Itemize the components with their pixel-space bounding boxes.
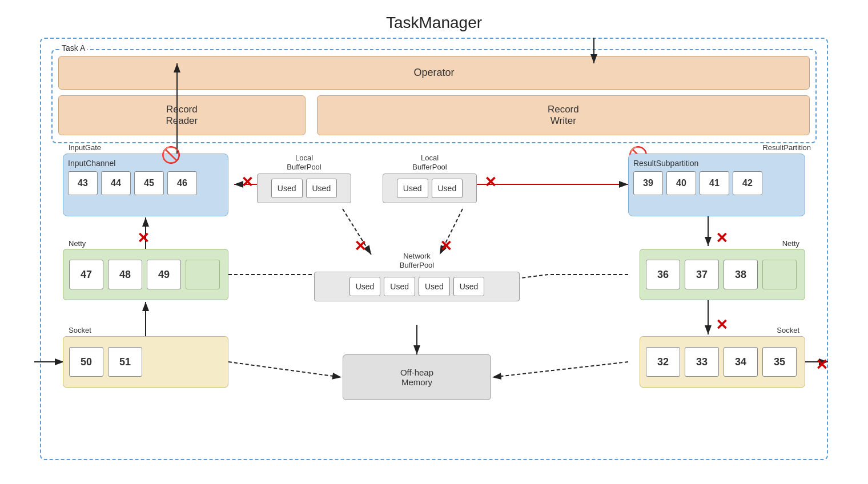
main-title: TaskManager [386, 14, 482, 32]
netty-right-cell-1: 37 [685, 260, 719, 289]
local-bufferpool-left-label: LocalBufferPool [257, 154, 351, 171]
resultsubpartition-title: ResultSubpartition [633, 159, 800, 168]
inputgate-label: InputGate [69, 143, 101, 152]
network-bufferpool-label: NetworkBufferPool [314, 252, 520, 269]
socket-left-cell-0: 50 [69, 347, 103, 377]
resultsubpartition-cell-1: 40 [666, 171, 696, 195]
red-x-netty-to-socket-right: ✕ [716, 317, 728, 332]
red-x-local-bp-right: ✕ [484, 175, 497, 189]
netty-left-cell-empty [186, 260, 220, 289]
task-a-label: Task A [59, 43, 87, 53]
network-bufferpool-inner: Used Used Used Used [314, 272, 520, 301]
socket-left-cell-empty-1 [186, 347, 220, 377]
netty-right-cell-2: 38 [724, 260, 758, 289]
offheap-memory-box: Off-heapMemory [343, 354, 491, 400]
socket-left-cell-empty-0 [147, 347, 181, 377]
inputchannel-cells-row: 43 44 45 46 [68, 171, 223, 195]
task-manager-box: Task A Operator RecordReader RecordWrite… [40, 38, 828, 460]
no-entry-inputchannel: 🚫 [161, 146, 181, 164]
netty-left-cell-2: 49 [147, 260, 181, 289]
operator-box: Operator [58, 56, 810, 90]
red-x-local-bp-left: ✕ [241, 175, 254, 189]
record-reader-box: RecordReader [58, 95, 306, 135]
svg-line-18 [228, 362, 341, 377]
red-x-netty-left: ✕ [137, 231, 150, 245]
record-writer-label: RecordWriter [548, 104, 579, 126]
local-bufferpool-right-inner: Used Used [383, 174, 477, 203]
local-bp-left-used-0: Used [271, 179, 303, 198]
netty-right-cell-empty [762, 260, 797, 289]
record-writer-box: RecordWriter [317, 95, 810, 135]
offheap-memory-label: Off-heapMemory [400, 368, 433, 387]
netty-left-label: Netty [69, 239, 86, 248]
socket-right-label: Socket [777, 326, 799, 334]
inputchannel-box: InputChannel 43 44 45 46 [63, 154, 228, 216]
resultsubpartition-box: ResultSubpartition 39 40 41 42 [628, 154, 805, 216]
red-x-network-diag-right: ✕ [440, 239, 452, 253]
netty-left-box: 47 48 49 [63, 249, 228, 300]
local-bp-left-used-1: Used [306, 179, 337, 198]
socket-left-cell-1: 51 [108, 347, 142, 377]
task-a-box: Task A Operator RecordReader RecordWrite… [51, 49, 817, 143]
inputchannel-cell-2: 45 [134, 171, 164, 195]
socket-right-cell-3: 35 [762, 347, 797, 377]
socket-right-cell-0: 32 [646, 347, 680, 377]
socket-right-box: 32 33 34 35 [640, 336, 805, 388]
resultsubpartition-cell-2: 41 [700, 171, 729, 195]
resultsubpartition-cell-0: 39 [633, 171, 663, 195]
netty-right-cell-0: 36 [646, 260, 680, 289]
resultpartition-label: ResultPartition [762, 143, 811, 152]
local-bufferpool-left: LocalBufferPool Used Used [257, 154, 351, 203]
red-x-netty-right: ✕ [716, 231, 728, 245]
netty-right-label: Netty [782, 239, 799, 248]
inputchannel-title: InputChannel [68, 159, 223, 168]
network-bufferpool-box: NetworkBufferPool Used Used Used Used [314, 252, 520, 301]
netty-left-cell-1: 48 [108, 260, 142, 289]
netty-left-cell-0: 47 [69, 260, 103, 289]
diagram-container: TaskManager Task A Operator RecordReader… [17, 14, 851, 470]
reader-writer-row: RecordReader RecordWriter [58, 95, 810, 135]
red-x-network-diag-left: ✕ [354, 239, 367, 253]
local-bp-right-used-0: Used [397, 179, 428, 198]
socket-left-box: 50 51 [63, 336, 228, 388]
main-layout: InputGate InputChannel 43 44 45 46 🚫 Res… [51, 143, 817, 423]
network-bp-used-1: Used [384, 277, 415, 296]
local-bufferpool-right-label: LocalBufferPool [383, 154, 477, 171]
inputchannel-cell-0: 43 [68, 171, 98, 195]
svg-line-19 [492, 362, 628, 377]
network-bp-used-2: Used [419, 277, 450, 296]
inputchannel-cell-3: 46 [167, 171, 197, 195]
inputchannel-cell-1: 44 [101, 171, 131, 195]
netty-right-box: 36 37 38 [640, 249, 805, 300]
socket-right-cell-2: 34 [724, 347, 758, 377]
socket-right-cell-1: 33 [685, 347, 719, 377]
local-bufferpool-right: LocalBufferPool Used Used [383, 154, 477, 203]
local-bp-right-used-1: Used [432, 179, 463, 198]
network-bp-used-3: Used [453, 277, 485, 296]
red-x-socket-right-output: ✕ [815, 357, 828, 372]
socket-left-label: Socket [69, 326, 91, 334]
network-bp-used-0: Used [349, 277, 381, 296]
resultsubpartition-cells-row: 39 40 41 42 [633, 171, 800, 195]
record-reader-label: RecordReader [166, 104, 198, 126]
local-bufferpool-left-inner: Used Used [257, 174, 351, 203]
resultsubpartition-cell-3: 42 [733, 171, 762, 195]
